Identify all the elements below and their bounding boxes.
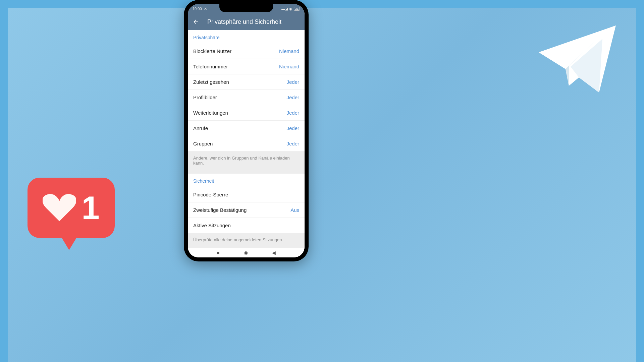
security-section-header: Sicherheit: [188, 174, 305, 187]
row-two-step[interactable]: Zweistufige Bestätigung Aus: [188, 202, 305, 218]
row-value: Jeder: [286, 125, 299, 131]
row-label: Zuletzt gesehen: [193, 79, 229, 85]
row-forwarded[interactable]: Weiterleitungen Jeder: [188, 105, 305, 121]
row-label: Telefonnummer: [193, 64, 228, 69]
row-label: Pincode-Sperre: [193, 192, 228, 197]
telegram-logo-icon: [532, 19, 620, 97]
system-nav-bar: ■ ◉ ◀: [188, 248, 305, 257]
status-time: 10:00: [193, 7, 202, 11]
heart-icon: [43, 193, 76, 223]
row-value: Niemand: [279, 48, 299, 54]
signal-icon: ▬◢: [281, 7, 288, 11]
like-count: 1: [82, 189, 99, 226]
row-label: Blockierte Nutzer: [193, 48, 231, 54]
row-label: Zweistufige Bestätigung: [193, 207, 247, 213]
row-value: Jeder: [286, 141, 299, 146]
back-button[interactable]: [193, 18, 199, 25]
mute-icon: ✕: [204, 7, 207, 11]
phone-notch: [219, 4, 273, 12]
row-label: Anrufe: [193, 125, 208, 131]
nav-home-icon[interactable]: ◉: [244, 250, 248, 255]
app-header: Privatsphäre und Sicherheit: [188, 13, 305, 30]
nav-recent-icon[interactable]: ■: [217, 250, 219, 255]
row-label: Aktive Sitzungen: [193, 223, 231, 228]
row-groups[interactable]: Gruppen Jeder: [188, 136, 305, 152]
row-last-seen[interactable]: Zuletzt gesehen Jeder: [188, 74, 305, 90]
nav-back-icon[interactable]: ◀: [272, 250, 276, 255]
row-profile-photos[interactable]: Profilbilder Jeder: [188, 90, 305, 105]
row-value: Jeder: [286, 110, 299, 116]
security-footer: Überprüfe alle deine angemeldeten Sitzun…: [188, 233, 305, 246]
battery-icon: 21: [294, 7, 300, 11]
row-passcode[interactable]: Pincode-Sperre: [188, 187, 305, 202]
privacy-footer: Ändere, wer dich in Gruppen und Kanäle e…: [188, 152, 305, 170]
row-value: Niemand: [279, 64, 299, 69]
row-label: Profilbilder: [193, 95, 217, 100]
wifi-icon: ◉: [289, 7, 292, 11]
row-phone-number[interactable]: Telefonnummer Niemand: [188, 59, 305, 74]
page-title: Privatsphäre und Sicherheit: [207, 18, 281, 25]
row-blocked-users[interactable]: Blockierte Nutzer Niemand: [188, 44, 305, 59]
phone-mockup: 10:00 ✕ ▬◢ ◉ 21 Privatsphäre und Sicherh…: [184, 0, 309, 261]
row-value: Jeder: [286, 79, 299, 85]
privacy-section-header: Privatsphäre: [188, 30, 305, 44]
row-value: Jeder: [286, 95, 299, 100]
row-active-sessions[interactable]: Aktive Sitzungen: [188, 218, 305, 233]
row-calls[interactable]: Anrufe Jeder: [188, 121, 305, 136]
like-notification-bubble: 1: [28, 178, 115, 254]
arrow-left-icon: [193, 18, 199, 25]
row-label: Gruppen: [193, 141, 213, 146]
settings-content[interactable]: Privatsphäre Blockierte Nutzer Niemand T…: [188, 30, 305, 248]
row-label: Weiterleitungen: [193, 110, 228, 116]
row-value: Aus: [290, 207, 299, 213]
section-spacer: [188, 170, 305, 174]
